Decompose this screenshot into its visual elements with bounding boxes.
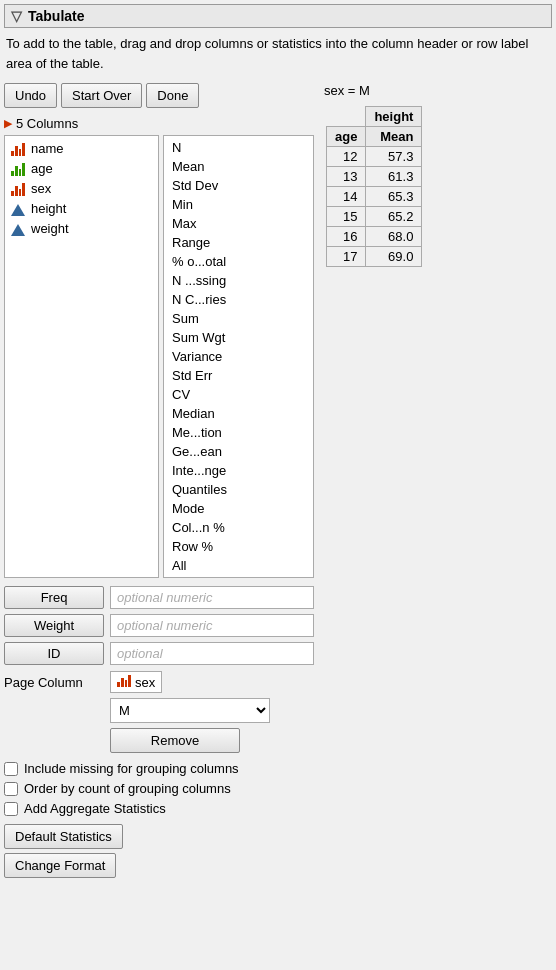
stat-item[interactable]: Variance	[166, 347, 311, 366]
stat-item[interactable]: N C...ries	[166, 290, 311, 309]
triangle-icon	[11, 203, 25, 216]
bottom-buttons: Default StatisticsChange Format	[4, 824, 314, 878]
stat-item[interactable]: Sum Wgt	[166, 328, 311, 347]
col-icon	[11, 200, 27, 216]
checkbox-cb1[interactable]	[4, 762, 18, 776]
column-name: height	[31, 201, 66, 216]
checkbox-row: Include missing for grouping columns	[4, 761, 314, 776]
checkbox-cb2[interactable]	[4, 782, 18, 796]
app-title: Tabulate	[28, 8, 85, 24]
stat-item[interactable]: Inte...nge	[166, 461, 311, 480]
stat-item[interactable]: Col...n %	[166, 518, 311, 537]
stat-item[interactable]: Sum	[166, 309, 311, 328]
column-item[interactable]: height	[7, 198, 156, 218]
bottom-button[interactable]: Default Statistics	[4, 824, 123, 849]
columns-arrow-icon: ▶	[4, 117, 12, 130]
checkbox-row: Order by count of grouping columns	[4, 781, 314, 796]
col-icon	[11, 180, 27, 196]
table-row: 1668.0	[327, 227, 422, 247]
stat-item[interactable]: Ge...ean	[166, 442, 311, 461]
table-cell-age: 14	[327, 187, 366, 207]
columns-header: ▶ 5 Columns	[4, 116, 314, 131]
title-bar: ▽ Tabulate	[4, 4, 552, 28]
table-sub-header: Mean	[366, 127, 422, 147]
table-row: 1565.2	[327, 207, 422, 227]
undo-button[interactable]: Undo	[4, 83, 57, 108]
stat-item[interactable]: Std Err	[166, 366, 311, 385]
weight-input[interactable]	[110, 614, 314, 637]
col-icon	[11, 160, 27, 176]
stat-item[interactable]: N	[166, 138, 311, 157]
column-name: age	[31, 161, 53, 176]
bar-red-icon	[11, 183, 25, 196]
column-item[interactable]: age	[7, 158, 156, 178]
table-row: 1465.3	[327, 187, 422, 207]
stat-item[interactable]: Range	[166, 233, 311, 252]
stat-item[interactable]: Me...tion	[166, 423, 311, 442]
column-item[interactable]: weight	[7, 218, 156, 238]
freq-input[interactable]	[110, 586, 314, 609]
stat-item[interactable]: % o...otal	[166, 252, 311, 271]
stat-item[interactable]: Quantiles	[166, 480, 311, 499]
stat-item[interactable]: N ...ssing	[166, 271, 311, 290]
column-item[interactable]: name	[7, 138, 156, 158]
bottom-button[interactable]: Change Format	[4, 853, 116, 878]
filter-section: Freq Weight ID	[4, 586, 314, 665]
table-cell-value: 65.2	[366, 207, 422, 227]
stat-item[interactable]: CV	[166, 385, 311, 404]
done-button[interactable]: Done	[146, 83, 199, 108]
page-column-select[interactable]: MF	[110, 698, 270, 723]
column-name: name	[31, 141, 64, 156]
bar-green-icon	[11, 163, 25, 176]
right-panel: sex = M heightageMean1257.31361.31465.31…	[322, 83, 552, 878]
id-button[interactable]: ID	[4, 642, 104, 665]
freq-button[interactable]: Freq	[4, 586, 104, 609]
stat-item[interactable]: Std Dev	[166, 176, 311, 195]
table-cell-age: 12	[327, 147, 366, 167]
stat-item[interactable]: Mean	[166, 157, 311, 176]
table-col-header: height	[366, 107, 422, 127]
table-cell-age: 13	[327, 167, 366, 187]
stat-item[interactable]: Max	[166, 214, 311, 233]
table-row: 1769.0	[327, 247, 422, 267]
stats-list: NMeanStd DevMinMaxRange% o...otalN ...ss…	[163, 135, 314, 578]
checkbox-label-cb2: Order by count of grouping columns	[24, 781, 231, 796]
content-area: Undo Start Over Done ▶ 5 Columns name ag…	[4, 83, 552, 878]
stat-item[interactable]: All	[166, 556, 311, 575]
select-row: MF	[110, 698, 314, 723]
col-icon	[11, 140, 27, 156]
filter-title: sex = M	[322, 83, 552, 98]
table-row-label-header: age	[327, 127, 366, 147]
table-cell-age: 15	[327, 207, 366, 227]
data-table: heightageMean1257.31361.31465.31565.2166…	[326, 106, 422, 267]
checkbox-cb3[interactable]	[4, 802, 18, 816]
column-item[interactable]: sex	[7, 178, 156, 198]
checkbox-row: Add Aggregate Statistics	[4, 801, 314, 816]
stat-item[interactable]: Mode	[166, 499, 311, 518]
stat-item[interactable]: Min	[166, 195, 311, 214]
table-cell-age: 17	[327, 247, 366, 267]
page-column-row: Page Column sex	[4, 671, 314, 693]
table-row: 1257.3	[327, 147, 422, 167]
columns-list: name age sex height weight	[4, 135, 159, 578]
weight-row: Weight	[4, 614, 314, 637]
collapse-icon[interactable]: ▽	[11, 8, 22, 24]
page-column-label: Page Column	[4, 675, 104, 690]
column-name: sex	[31, 181, 51, 196]
id-input[interactable]	[110, 642, 314, 665]
freq-row: Freq	[4, 586, 314, 609]
start-over-button[interactable]: Start Over	[61, 83, 142, 108]
remove-button[interactable]: Remove	[110, 728, 240, 753]
stat-item[interactable]: Row %	[166, 537, 311, 556]
page-column-value-text: sex	[135, 675, 155, 690]
table-cell-value: 61.3	[366, 167, 422, 187]
bar-red-icon	[11, 143, 25, 156]
stat-item[interactable]: Median	[166, 404, 311, 423]
weight-button[interactable]: Weight	[4, 614, 104, 637]
checkbox-label-cb1: Include missing for grouping columns	[24, 761, 239, 776]
id-row: ID	[4, 642, 314, 665]
table-cell-value: 68.0	[366, 227, 422, 247]
columns-stats-row: name age sex height weight NMeanStd DevM…	[4, 135, 314, 578]
description: To add to the table, drag and drop colum…	[4, 34, 552, 73]
left-panel: Undo Start Over Done ▶ 5 Columns name ag…	[4, 83, 314, 878]
